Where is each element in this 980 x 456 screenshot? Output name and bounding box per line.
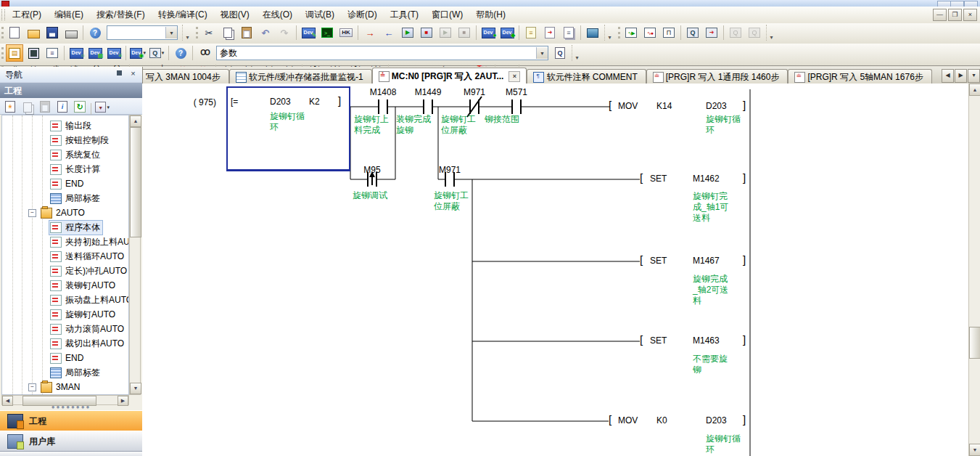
tab-5[interactable]: [PRG]R 写入 1通用段 1460步 bbox=[646, 69, 788, 84]
menu-item-4[interactable]: 转换/编译(C) bbox=[152, 7, 214, 23]
editor-vscroll-thumb[interactable] bbox=[969, 327, 980, 359]
tree-item-17[interactable]: END bbox=[2, 351, 128, 365]
tab-scroll-left-button[interactable]: ◀ bbox=[942, 69, 954, 83]
tree-item-16[interactable]: 裁切出料AUTO bbox=[2, 336, 128, 351]
tree-item-6[interactable]: 局部标签 bbox=[2, 191, 128, 205]
note-edit-icon[interactable] bbox=[541, 24, 559, 41]
help-icon[interactable]: ? bbox=[86, 24, 104, 41]
instruction-arg[interactable]: M1467 bbox=[693, 256, 720, 266]
panel-button-工程[interactable]: 工程 bbox=[0, 410, 142, 432]
tree-item-19[interactable]: −3MAN bbox=[2, 380, 128, 394]
monitor-start-icon[interactable] bbox=[399, 24, 416, 41]
open-project-icon[interactable] bbox=[25, 24, 42, 41]
scroll-down-icon[interactable]: ▼ bbox=[130, 383, 141, 394]
device-batch-monitor-icon[interactable]: Dev● bbox=[479, 24, 497, 41]
instruction-arg[interactable]: K14 bbox=[656, 101, 672, 111]
scan-time-icon[interactable] bbox=[727, 24, 744, 41]
device-net-icon[interactable]: Dev≡ bbox=[105, 44, 123, 62]
watch-start-icon[interactable] bbox=[622, 24, 640, 41]
tab-close-icon[interactable]: × bbox=[508, 71, 520, 82]
tree-item-15[interactable]: 动力滚筒AUTO bbox=[2, 322, 128, 336]
menu-item-6[interactable]: 在线(O) bbox=[256, 7, 299, 23]
panel-splitter-grip[interactable]: ●●●●●●●● bbox=[0, 405, 142, 410]
menu-item-11[interactable]: 帮助(H) bbox=[469, 7, 512, 23]
function-list-icon[interactable] bbox=[44, 44, 61, 62]
toolbar-overflow-icon-3[interactable]: ▾ bbox=[766, 25, 776, 41]
menu-item-3[interactable]: 搜索/替换(F) bbox=[90, 7, 152, 23]
scroll-right-icon[interactable]: ▶ bbox=[118, 396, 128, 406]
compare-arg2[interactable]: K2 bbox=[309, 97, 320, 107]
monitor-pause-icon[interactable] bbox=[437, 24, 454, 41]
read-from-plc-icon[interactable]: ← bbox=[380, 24, 398, 41]
scroll-left-icon[interactable]: ◀ bbox=[2, 396, 13, 406]
tree-item-11[interactable]: 定长)冲孔AUTO bbox=[2, 264, 128, 278]
tab-3[interactable]: MC:N0 [PRG]R 写入 2AUT...× bbox=[372, 68, 527, 84]
tree-item-5[interactable]: END bbox=[2, 176, 128, 191]
tree-vscroll-thumb[interactable] bbox=[130, 127, 141, 237]
device-memory-icon[interactable]: HK bbox=[337, 24, 355, 41]
instruction-op[interactable]: SET bbox=[650, 256, 667, 266]
tab-6[interactable]: [PRG]R 写入 5轴MAN 1676步 bbox=[788, 69, 931, 84]
menu-item-5[interactable]: 视图(V) bbox=[214, 7, 256, 23]
tree-expander-icon[interactable]: − bbox=[28, 383, 36, 391]
menu-item-7[interactable]: 调试(B) bbox=[299, 7, 341, 23]
chevron-down-icon[interactable]: ▼ bbox=[536, 47, 548, 59]
scroll-up-icon[interactable]: ▲ bbox=[969, 84, 980, 96]
close-icon[interactable] bbox=[128, 69, 139, 79]
ladder-editor[interactable]: ( 975) [= D203 K2 ] 旋铆钉循 环 M1408 M1449 M… bbox=[142, 84, 968, 456]
menu-item-1[interactable]: 工程(P) bbox=[6, 7, 48, 23]
redo-icon[interactable]: ↷ bbox=[276, 24, 293, 41]
editor-vertical-scrollbar[interactable]: ▲ ▼ bbox=[968, 84, 980, 456]
compare-arg1[interactable]: D203 bbox=[270, 97, 291, 107]
contact-device-label[interactable]: M1449 bbox=[405, 87, 451, 97]
panel-button-partial[interactable] bbox=[0, 451, 142, 456]
mdi-close-button[interactable]: × bbox=[963, 9, 977, 21]
tree-item-4[interactable]: 长度计算 bbox=[2, 162, 128, 176]
tree-item-9[interactable]: 夹持初始上料AUTO bbox=[2, 235, 128, 249]
find-combobox[interactable]: 参数▼ bbox=[216, 46, 548, 60]
device-registration-monitor-icon[interactable]: Dev◆ bbox=[498, 24, 516, 41]
tree-item-13[interactable]: 振动盘上料AUTO bbox=[2, 293, 128, 307]
menu-item-8[interactable]: 诊断(D) bbox=[341, 7, 384, 23]
instruction-arg[interactable]: K0 bbox=[656, 415, 667, 426]
forced-io-icon[interactable] bbox=[703, 24, 720, 41]
property-icon[interactable] bbox=[54, 99, 70, 115]
find-binoculars-icon[interactable] bbox=[196, 44, 213, 62]
watch-register-icon[interactable] bbox=[641, 24, 659, 41]
save-project-icon[interactable] bbox=[44, 24, 61, 41]
contact-device-label[interactable]: M971 bbox=[427, 165, 473, 175]
paste-data-icon[interactable] bbox=[37, 99, 53, 115]
contact-device-label[interactable]: M571 bbox=[493, 87, 540, 97]
module-icon[interactable] bbox=[25, 44, 42, 62]
tab-menu-button[interactable]: ▾ bbox=[968, 69, 980, 83]
toolbar-overflow-icon-1[interactable]: ▾ bbox=[182, 25, 192, 41]
instruction-op[interactable]: SET bbox=[650, 335, 667, 346]
tree-item-2[interactable]: 按钮控制段 bbox=[2, 133, 128, 147]
tree-item-14[interactable]: 旋铆钉AUTO bbox=[2, 307, 128, 322]
monitor-write-icon[interactable] bbox=[456, 24, 473, 41]
device-batch-icon[interactable]: Dev▦ bbox=[86, 44, 104, 62]
device-display-icon[interactable]: Dev◉▾ bbox=[129, 44, 147, 62]
write-to-plc-icon[interactable]: → bbox=[361, 24, 379, 41]
tree-item-10[interactable]: 送料循环AUTO bbox=[2, 249, 128, 264]
device-test-icon[interactable] bbox=[684, 24, 701, 41]
chevron-down-icon[interactable]: ▼ bbox=[165, 27, 177, 38]
tree-item-3[interactable]: 系统复位 bbox=[2, 147, 128, 162]
scroll-down-icon[interactable]: ▼ bbox=[969, 444, 980, 456]
copy-data-icon[interactable] bbox=[20, 99, 36, 115]
device-search-icon[interactable]: ▾ bbox=[148, 44, 165, 62]
contact-device-label[interactable]: M95 bbox=[349, 165, 395, 175]
paste-icon[interactable] bbox=[238, 24, 255, 41]
remote-operation-icon[interactable] bbox=[584, 24, 601, 41]
menu-item-9[interactable]: 工具(T) bbox=[384, 7, 425, 23]
project-path-combobox[interactable]: ▼ bbox=[107, 25, 178, 40]
undo-icon[interactable]: ↶ bbox=[257, 24, 274, 41]
tree-item-12[interactable]: 装铆钉AUTO bbox=[2, 278, 128, 293]
ladder-logic-test-icon[interactable] bbox=[318, 24, 336, 41]
print-icon[interactable] bbox=[62, 24, 80, 41]
refresh-icon[interactable] bbox=[72, 99, 88, 115]
new-data-icon[interactable] bbox=[2, 99, 18, 115]
find-document-icon[interactable] bbox=[551, 44, 569, 62]
compare-op[interactable]: [= bbox=[231, 97, 238, 107]
instruction-arg[interactable]: D203 bbox=[706, 415, 727, 426]
